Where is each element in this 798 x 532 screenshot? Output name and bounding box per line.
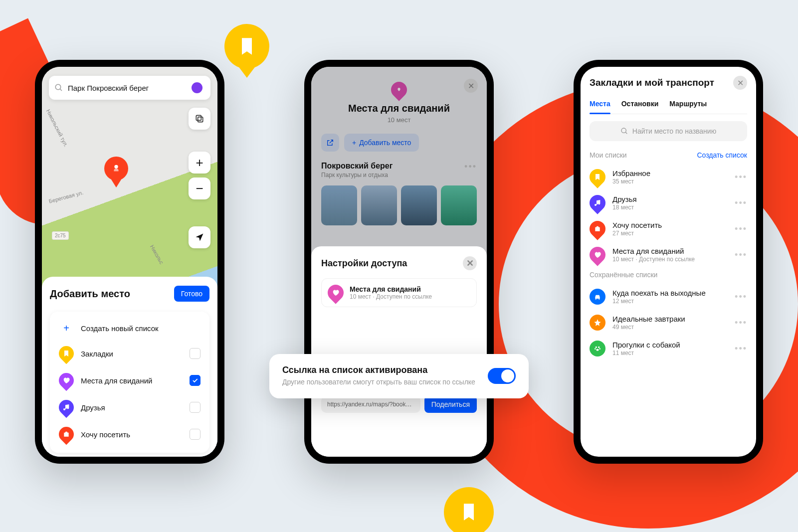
bookmark-list-row[interactable]: Идеальные завтраки 49 мест ••• [590, 310, 747, 336]
list-checkbox[interactable] [190, 348, 200, 359]
list-meta: 35 мест [612, 178, 735, 185]
camera-icon [56, 424, 77, 445]
assistant-button[interactable] [189, 79, 205, 96]
list-menu-button[interactable]: ••• [735, 292, 747, 302]
street-label: Никольский тул. [45, 108, 69, 148]
add-place-panel: Добавить место Готово + Создать новый сп… [42, 277, 217, 457]
my-lists-label: Мои списки [590, 151, 627, 159]
search-input[interactable]: Парк Покровский берег [64, 84, 189, 92]
toggle-sub: Другие пользователи смогут открыть ваш с… [282, 377, 478, 387]
svg-point-11 [596, 349, 598, 351]
link-activated-card: Ссылка на список активирована Другие пол… [269, 354, 529, 398]
saved-lists-label: Сохранённые списки [590, 271, 657, 279]
list-menu-button[interactable]: ••• [735, 344, 747, 354]
toggle-title: Ссылка на список активирована [282, 365, 478, 375]
list-name: Идеальные завтраки [612, 315, 735, 323]
tab-Маршруты[interactable]: Маршруты [669, 97, 707, 114]
place-pin-icon[interactable] [104, 157, 128, 180]
star-icon [590, 315, 605, 331]
create-list-label: Создать новый список [81, 324, 200, 333]
locate-button[interactable] [189, 226, 210, 248]
svg-point-0 [114, 165, 118, 169]
list-row[interactable]: Закладки [50, 340, 209, 367]
list-name: Места для свиданий [612, 247, 735, 255]
done-button[interactable]: Готово [174, 286, 209, 302]
svg-rect-3 [198, 117, 203, 122]
svg-point-10 [599, 348, 600, 350]
bookmarks-tabs: МестаОстановкиМаршруты [590, 97, 747, 114]
list-row[interactable]: Друзья [50, 394, 209, 421]
layers-button[interactable] [189, 108, 210, 130]
camera-icon [586, 217, 608, 240]
item-title: Места для свиданий [350, 285, 432, 293]
bookmark-list-row[interactable]: Хочу посетить 27 мест ••• [590, 216, 747, 242]
bookmark-icon [586, 166, 608, 188]
bookmark-list-row[interactable]: Места для свиданий 10 мест · Доступен по… [590, 242, 747, 268]
search-bar[interactable]: Парк Покровский берег [49, 76, 210, 100]
svg-point-7 [596, 347, 597, 348]
list-label: Места для свиданий [81, 376, 190, 385]
phone-bookmarks: Закладки и мой транспорт ✕ МестаОстановк… [574, 60, 763, 464]
list-name: Друзья [612, 195, 735, 203]
phone-add-place: Никольский тул. Береговая ул. Никольс 8к… [35, 60, 224, 464]
heart-icon [56, 370, 77, 391]
list-menu-button[interactable]: ••• [735, 224, 747, 234]
create-list-link[interactable]: Создать список [697, 151, 747, 159]
car-icon [590, 289, 605, 305]
list-meta: 10 мест · Доступен по ссылке [612, 256, 735, 263]
search-places-input[interactable]: Найти место по названию [590, 121, 747, 141]
music-icon [56, 397, 77, 418]
list-meta: 11 мест [612, 350, 735, 356]
item-subtitle: 10 мест · Доступен по ссылке [350, 293, 432, 300]
access-settings-sheet: Настройки доступа ✕ Места для свиданий 1… [311, 246, 487, 457]
link-input[interactable]: https://yandex.ru/maps/?bookmarks%57 [321, 396, 420, 413]
list-meta: 27 мест [612, 230, 735, 237]
building-label: 2с75 [52, 231, 69, 240]
search-icon [54, 83, 64, 92]
floating-bookmark-pin-bottom [444, 487, 494, 532]
bookmark-icon [56, 343, 77, 364]
list-meta: 12 мест [612, 298, 735, 305]
shared-list-item[interactable]: Места для свиданий 10 мест · Доступен по… [321, 278, 477, 307]
bookmarks-title: Закладки и мой транспорт [590, 77, 714, 88]
svg-rect-2 [196, 115, 201, 120]
music-icon [586, 191, 608, 214]
tab-Места[interactable]: Места [590, 97, 610, 114]
search-icon [620, 127, 628, 135]
zoom-out-button[interactable]: − [189, 177, 210, 199]
list-name: Хочу посетить [612, 221, 735, 229]
list-row[interactable]: Места для свиданий [50, 367, 209, 394]
bookmark-list-row[interactable]: Друзья 18 мест ••• [590, 190, 747, 216]
phone-share-list: Места для свиданий 10 мест ✕ +Добавить м… [304, 60, 494, 464]
panel-title: Добавить место [50, 288, 130, 300]
list-menu-button[interactable]: ••• [735, 318, 747, 328]
list-menu-button[interactable]: ••• [735, 172, 747, 182]
close-sheet-button[interactable]: ✕ [463, 256, 477, 270]
list-menu-button[interactable]: ••• [735, 198, 747, 208]
close-button[interactable]: ✕ [733, 76, 747, 90]
list-menu-button[interactable]: ••• [735, 250, 747, 260]
list-name: Избранное [612, 169, 735, 177]
list-checkbox[interactable] [190, 429, 200, 440]
list-checkbox[interactable] [190, 375, 200, 386]
svg-point-9 [595, 348, 596, 350]
bookmark-list-row[interactable]: Прогулки с собакой 11 мест ••• [590, 336, 747, 361]
zoom-in-button[interactable]: + [189, 152, 210, 174]
list-name: Куда поехать на выходные [612, 289, 735, 297]
list-label: Хочу посетить [81, 430, 190, 439]
svg-point-5 [621, 128, 626, 133]
bookmark-list-row[interactable]: Куда поехать на выходные 12 мест ••• [590, 284, 747, 310]
bookmark-list-row[interactable]: Избранное 35 мест ••• [590, 164, 747, 190]
sheet-title: Настройки доступа [321, 258, 407, 269]
list-row[interactable]: Хочу посетить [50, 421, 209, 448]
tab-Остановки[interactable]: Остановки [621, 97, 659, 114]
create-list-row[interactable]: + Создать новый список [50, 317, 209, 340]
list-name: Прогулки с собакой [612, 341, 735, 349]
share-button[interactable]: Поделиться [424, 396, 477, 413]
share-toggle[interactable] [488, 368, 516, 384]
list-checkbox[interactable] [190, 402, 200, 413]
svg-point-1 [55, 84, 61, 90]
floating-bookmark-pin-top [224, 24, 274, 79]
street-label: Береговая ул. [48, 189, 84, 204]
paw-icon [590, 341, 605, 356]
